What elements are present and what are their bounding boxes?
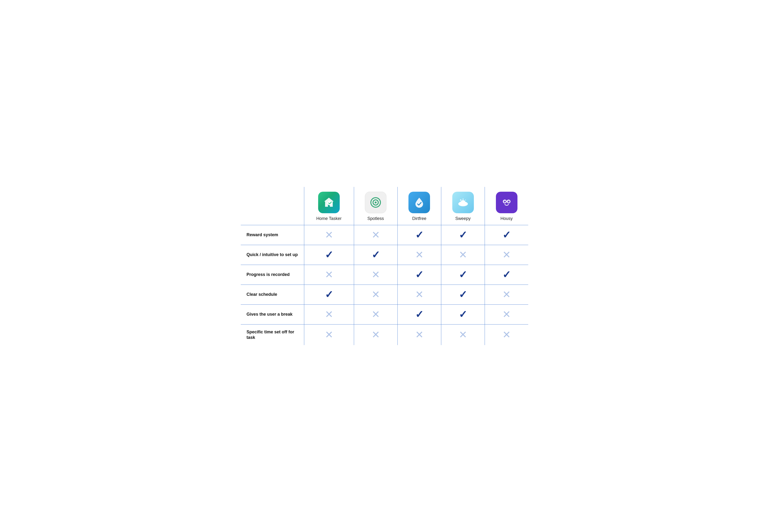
cross-icon: ✕ — [415, 329, 424, 340]
feature-row-4: Gives the user a break✕✕✓✓✕ — [241, 304, 528, 324]
header-sweepy: Sweepy — [441, 187, 485, 225]
feature-cell-2-0: ✕ — [304, 265, 354, 285]
app-name-dirtfree: Dirtfree — [412, 216, 426, 221]
feature-cell-5-4: ✕ — [485, 324, 528, 345]
feature-cell-2-2: ✓ — [397, 265, 441, 285]
feature-cell-5-2: ✕ — [397, 324, 441, 345]
feature-label-text-5: Specific time set off for task — [247, 330, 294, 340]
feature-cell-4-2: ✓ — [397, 304, 441, 324]
feature-label-text-4: Gives the user a break — [247, 312, 293, 317]
feature-label-1: Quick / intuitive to set up — [241, 245, 304, 265]
cross-icon: ✕ — [459, 249, 467, 260]
feature-label-4: Gives the user a break — [241, 304, 304, 324]
cross-icon: ✕ — [372, 229, 380, 241]
cross-icon: ✕ — [502, 309, 511, 320]
feature-cell-5-1: ✕ — [354, 324, 397, 345]
app-icon-housy — [496, 192, 517, 213]
cross-icon: ✕ — [459, 329, 467, 340]
feature-cell-4-0: ✕ — [304, 304, 354, 324]
check-icon: ✓ — [459, 269, 467, 280]
feature-cell-2-3: ✓ — [441, 265, 485, 285]
feature-label-0: Reward system — [241, 225, 304, 245]
check-icon: ✓ — [325, 249, 333, 260]
header-spotless: Spotless — [354, 187, 397, 225]
feature-cell-0-2: ✓ — [397, 225, 441, 245]
svg-point-11 — [465, 200, 466, 201]
feature-cell-0-0: ✕ — [304, 225, 354, 245]
feature-cell-3-3: ✓ — [441, 285, 485, 304]
feature-cell-1-0: ✓ — [304, 245, 354, 265]
svg-point-9 — [460, 199, 461, 201]
feature-label-text-1: Quick / intuitive to set up — [247, 252, 298, 257]
cross-icon: ✕ — [372, 309, 380, 320]
app-name-hometasker: Home Tasker — [316, 216, 342, 221]
feature-cell-2-4: ✓ — [485, 265, 528, 285]
app-icon-sweepy — [452, 192, 474, 213]
check-icon: ✓ — [459, 309, 467, 320]
cross-icon: ✕ — [502, 249, 511, 260]
cross-icon: ✕ — [325, 309, 333, 320]
check-icon: ✓ — [415, 309, 424, 320]
check-icon: ✓ — [372, 249, 380, 260]
feature-cell-3-2: ✕ — [397, 285, 441, 304]
feature-cell-1-1: ✓ — [354, 245, 397, 265]
feature-label-text-0: Reward system — [247, 232, 278, 237]
check-icon: ✓ — [459, 229, 467, 241]
cross-icon: ✕ — [325, 229, 333, 241]
check-icon: ✓ — [502, 269, 511, 280]
svg-point-14 — [504, 201, 504, 201]
feature-cell-1-3: ✕ — [441, 245, 485, 265]
feature-cell-3-0: ✓ — [304, 285, 354, 304]
feature-row-1: Quick / intuitive to set up✓✓✕✕✕ — [241, 245, 528, 265]
check-icon: ✓ — [502, 229, 511, 241]
header-hometasker: Home Tasker — [304, 187, 354, 225]
check-icon: ✓ — [459, 289, 467, 300]
cross-icon: ✕ — [325, 329, 333, 340]
cross-icon: ✕ — [502, 289, 511, 300]
feature-cell-1-2: ✕ — [397, 245, 441, 265]
app-name-housy: Housy — [500, 216, 513, 221]
app-icon-dirtfree — [408, 192, 430, 213]
feature-label-text-2: Progress is recorded — [247, 272, 290, 277]
feature-cell-4-4: ✕ — [485, 304, 528, 324]
feature-row-2: Progress is recorded✕✕✓✓✓ — [241, 265, 528, 285]
feature-cell-0-4: ✓ — [485, 225, 528, 245]
feature-cell-0-1: ✕ — [354, 225, 397, 245]
svg-point-8 — [463, 202, 467, 205]
svg-point-1 — [328, 201, 332, 205]
check-icon: ✓ — [415, 229, 424, 241]
check-icon: ✓ — [325, 289, 333, 300]
feature-label-3: Clear schedule — [241, 285, 304, 304]
cross-icon: ✕ — [502, 329, 511, 340]
header-empty — [241, 187, 304, 225]
header-housy: Housy — [485, 187, 528, 225]
feature-row-5: Specific time set off for task✕✕✕✕✕ — [241, 324, 528, 345]
feature-row-3: Clear schedule✓✕✕✓✕ — [241, 285, 528, 304]
feature-cell-4-3: ✓ — [441, 304, 485, 324]
feature-label-5: Specific time set off for task — [241, 324, 304, 345]
svg-point-10 — [462, 198, 463, 200]
feature-row-0: Reward system✕✕✓✓✓ — [241, 225, 528, 245]
feature-cell-3-4: ✕ — [485, 285, 528, 304]
feature-cell-0-3: ✓ — [441, 225, 485, 245]
cross-icon: ✕ — [372, 269, 380, 280]
app-icon-spotless — [365, 192, 386, 213]
cross-icon: ✕ — [372, 289, 380, 300]
feature-cell-5-3: ✕ — [441, 324, 485, 345]
check-icon: ✓ — [415, 269, 424, 280]
cross-icon: ✕ — [415, 249, 424, 260]
feature-cell-5-0: ✕ — [304, 324, 354, 345]
cross-icon: ✕ — [372, 329, 380, 340]
feature-cell-4-1: ✕ — [354, 304, 397, 324]
comparison-table: Home Tasker Spotless — [241, 187, 528, 345]
app-name-spotless: Spotless — [368, 216, 384, 221]
svg-point-4 — [375, 202, 377, 203]
header-dirtfree: Dirtfree — [397, 187, 441, 225]
svg-point-17 — [508, 201, 508, 201]
feature-label-text-3: Clear schedule — [247, 292, 277, 297]
cross-icon: ✕ — [415, 289, 424, 300]
app-name-sweepy: Sweepy — [455, 216, 470, 221]
feature-label-2: Progress is recorded — [241, 265, 304, 285]
feature-cell-2-1: ✕ — [354, 265, 397, 285]
app-icon-hometasker — [318, 192, 340, 213]
